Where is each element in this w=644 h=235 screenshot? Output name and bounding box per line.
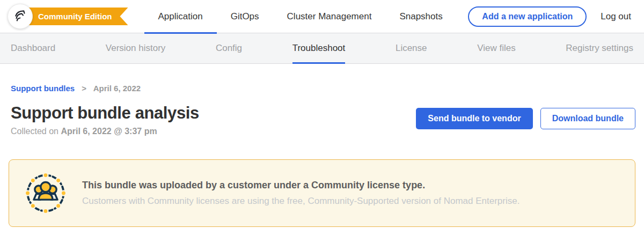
breadcrumb: Support bundles > April 6, 2022: [11, 84, 633, 93]
collected-date: April 6, 2022 @ 3:37 pm: [61, 127, 157, 136]
tab-snapshots[interactable]: Snapshots: [385, 0, 456, 33]
brand: Community Edition: [8, 4, 128, 29]
tab-cluster-management[interactable]: Cluster Management: [273, 0, 386, 33]
primary-nav: Application GitOps Cluster Management Sn…: [144, 0, 457, 33]
breadcrumb-separator: >: [82, 84, 86, 93]
subnav-item-config[interactable]: Config: [216, 33, 242, 63]
breadcrumb-current: April 6, 2022: [93, 84, 141, 93]
app-subnav: Dashboard Version history Config Trouble…: [0, 33, 644, 64]
replicated-logo-icon: [8, 4, 33, 29]
community-people-icon: [25, 173, 66, 214]
tab-gitops[interactable]: GitOps: [217, 0, 273, 33]
topnav-right: Add a new application Log out: [468, 6, 631, 27]
subnav-item-registry-settings[interactable]: Registry settings: [566, 33, 633, 63]
page-title: Support bundle analysis: [11, 104, 199, 123]
subnav-item-version-history[interactable]: Version history: [106, 33, 166, 63]
breadcrumb-support-bundles-link[interactable]: Support bundles: [11, 84, 75, 93]
logout-link[interactable]: Log out: [601, 11, 631, 22]
collected-timestamp: Collected on April 6, 2022 @ 3:37 pm: [11, 127, 199, 136]
notice-text: This bundle was uploaded by a customer u…: [82, 180, 519, 207]
community-edition-label: Community Edition: [38, 12, 112, 21]
subnav-item-dashboard[interactable]: Dashboard: [11, 33, 55, 63]
subnav-item-license[interactable]: License: [396, 33, 427, 63]
title-block: Support bundle analysis Collected on Apr…: [11, 104, 199, 136]
title-row: Support bundle analysis Collected on Apr…: [11, 104, 633, 136]
notice-body: Customers with Community licenses are us…: [82, 196, 519, 207]
send-bundle-to-vendor-button[interactable]: Send bundle to vendor: [416, 108, 532, 129]
main-content: Support bundles > April 6, 2022 Support …: [0, 84, 644, 227]
community-license-notice: This bundle was uploaded by a customer u…: [9, 159, 635, 227]
subnav-item-troubleshoot[interactable]: Troubleshoot: [292, 33, 346, 63]
top-navbar: Community Edition Application GitOps Clu…: [0, 0, 644, 33]
bundle-actions: Send bundle to vendor Download bundle: [416, 108, 635, 129]
tab-application[interactable]: Application: [144, 0, 217, 33]
community-edition-banner: Community Edition: [22, 8, 128, 25]
add-application-button[interactable]: Add a new application: [468, 6, 587, 27]
subnav-item-view-files[interactable]: View files: [477, 33, 516, 63]
notice-heading: This bundle was uploaded by a customer u…: [82, 180, 519, 191]
collected-prefix: Collected on: [11, 127, 58, 136]
download-bundle-button[interactable]: Download bundle: [540, 108, 635, 129]
